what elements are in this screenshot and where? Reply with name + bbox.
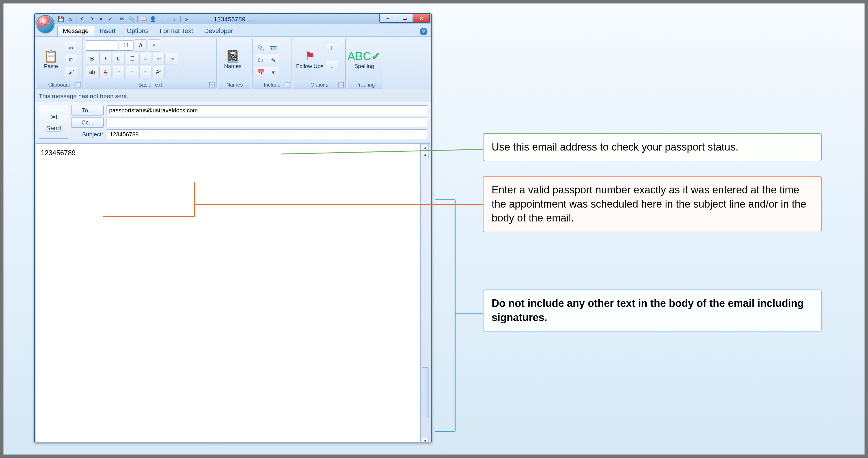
ribbon-tabs: Message Insert Options Format Text Devel… <box>35 26 431 36</box>
separator <box>76 16 76 22</box>
italic-button[interactable]: I <box>99 53 112 65</box>
spellcheck-icon[interactable]: ✔ <box>106 16 114 23</box>
group-label-include: Include ↘ <box>253 81 291 89</box>
tab-format-text[interactable]: Format Text <box>154 25 198 36</box>
ribbon-group-proofing: ABC✔ Spelling Proofing <box>347 38 383 89</box>
ribbon-group-clipboard: 📋 Paste ✂ ⧉ 🖌 Clipboard ↘ <box>36 38 83 89</box>
spelling-button[interactable]: ABC✔ Spelling <box>349 41 379 79</box>
importance-low-icon[interactable]: ↓ <box>171 16 178 23</box>
follow-up-button[interactable]: ⚑ Follow Up▾ <box>295 41 324 79</box>
dialog-launcher-icon[interactable]: ↘ <box>285 82 290 87</box>
scroll-down-icon[interactable]: ▼ <box>422 437 429 442</box>
insert-icon[interactable]: ▾ <box>267 66 279 79</box>
importance-high-icon[interactable]: ! <box>161 16 168 23</box>
scroll-thumb[interactable] <box>422 367 429 418</box>
signature-icon[interactable]: ✎ <box>267 54 279 66</box>
bullets-icon[interactable]: ≣ <box>126 53 138 65</box>
align-right-icon[interactable]: ≡ <box>139 66 151 78</box>
ribbon-group-options: ⚑ Follow Up▾ ! ↓ Options ↘ <box>293 38 346 89</box>
to-button[interactable]: To... <box>71 105 104 116</box>
redo-icon[interactable]: ↷ <box>88 16 95 23</box>
copy-icon[interactable]: ⧉ <box>65 54 77 66</box>
group-label-options: Options ↘ <box>294 81 345 89</box>
scroll-up-icon[interactable]: ▲ <box>422 151 429 158</box>
group-label-clipboard: Clipboard ↘ <box>37 81 82 89</box>
delete-icon[interactable]: ✕ <box>97 16 104 23</box>
message-body[interactable]: 123456789 <box>36 143 421 442</box>
separator <box>116 16 116 22</box>
ribbon-group-basic-text: 11 A A B I U ≣ ≡ ⇤ ⇥ ab <box>84 38 217 89</box>
vertical-scrollbar[interactable]: ▴ ▲ ▼ <box>421 143 430 442</box>
align-center-icon[interactable]: ≡ <box>126 66 138 78</box>
dialog-launcher-icon[interactable]: ↘ <box>209 82 215 87</box>
cc-button[interactable]: Cc... <box>71 117 104 128</box>
dialog-launcher-icon[interactable]: ↘ <box>75 82 81 87</box>
bold-button[interactable]: B <box>86 53 98 65</box>
maximize-button[interactable]: ▭ <box>396 14 413 23</box>
indent-decrease-icon[interactable]: ⇤ <box>153 53 165 65</box>
tab-options[interactable]: Options <box>121 25 154 36</box>
flag-icon: ⚑ <box>305 50 315 62</box>
office-button[interactable] <box>36 15 55 33</box>
tab-developer[interactable]: Developer <box>198 25 239 36</box>
outlook-compose-window: 💾 🖶 ↶ ↷ ✕ ✔ ✉ 📎 📖 👤 ! ↓ » 123456789 ... <box>34 13 432 442</box>
addressbook-icon[interactable]: 📖 <box>140 16 147 23</box>
separator <box>180 16 181 22</box>
font-size-combo[interactable]: 11 <box>119 40 133 51</box>
callout-no-other-text: Do not include any other text in the bod… <box>483 289 822 332</box>
more-commands-icon[interactable]: » <box>183 16 190 23</box>
cc-field[interactable] <box>106 118 427 127</box>
attach-icon[interactable]: 📎 <box>128 16 135 23</box>
to-field[interactable]: passportstatus@ustraveldocs.com <box>106 105 427 115</box>
align-left-icon[interactable]: ≡ <box>113 66 125 78</box>
clipboard-icon: 📋 <box>44 50 58 62</box>
group-label-basic-text: Basic Text ↘ <box>85 81 216 89</box>
low-importance-icon[interactable]: ↓ <box>326 60 338 72</box>
prev-page-icon[interactable]: ▴ <box>422 144 429 151</box>
subject-value: 123456789 <box>110 131 139 138</box>
follow-up-label: Follow Up▾ <box>296 63 323 69</box>
close-button[interactable]: ✕ <box>413 14 430 23</box>
calendar-icon[interactable]: 📅 <box>254 66 267 79</box>
names-label: Names <box>224 63 242 69</box>
checknames-icon[interactable]: 👤 <box>149 16 156 23</box>
shrink-font-icon[interactable]: A <box>148 39 160 52</box>
print-icon[interactable]: 🖶 <box>67 16 73 23</box>
minimize-button[interactable]: – <box>379 14 396 23</box>
tab-message[interactable]: Message <box>57 25 94 36</box>
group-label-proofing: Proofing <box>348 81 382 89</box>
high-importance-icon[interactable]: ! <box>326 42 338 54</box>
grow-font-icon[interactable]: A <box>135 39 147 52</box>
subject-field[interactable]: 123456789 <box>107 129 427 139</box>
cut-icon[interactable]: ✂ <box>65 42 77 54</box>
indent-increase-icon[interactable]: ⇥ <box>166 53 178 65</box>
scroll-track[interactable] <box>422 158 429 437</box>
to-address: passportstatus@ustraveldocs.com <box>109 107 198 114</box>
dialog-launcher-icon[interactable]: ↘ <box>338 82 344 87</box>
paste-label: Paste <box>44 63 58 69</box>
help-icon[interactable]: ? <box>420 28 427 35</box>
font-name-combo[interactable] <box>86 40 118 51</box>
names-button[interactable]: 📓 Names <box>220 41 246 79</box>
send-button[interactable]: ✉ Send <box>39 105 68 139</box>
underline-button[interactable]: U <box>113 53 125 65</box>
attach-item-icon[interactable]: 🗂 <box>254 54 267 66</box>
spelling-label: Spelling <box>354 63 374 69</box>
business-card-icon[interactable]: 🪪 <box>267 42 279 54</box>
highlight-icon[interactable]: ab <box>86 66 98 78</box>
clear-formatting-icon[interactable]: Aᵃ <box>153 66 165 78</box>
format-painter-icon[interactable]: 🖌 <box>65 66 77 79</box>
subject-label: Subject: <box>71 131 104 138</box>
save-icon[interactable]: 💾 <box>57 16 64 23</box>
tab-insert[interactable]: Insert <box>94 25 121 36</box>
body-text: 123456789 <box>41 149 75 157</box>
new-mail-icon[interactable]: ✉ <box>119 16 126 23</box>
separator <box>159 16 159 22</box>
paste-button[interactable]: 📋 Paste <box>38 41 64 79</box>
numbering-icon[interactable]: ≡ <box>139 53 151 65</box>
window-title: 123456789 ... <box>214 16 253 23</box>
addressbook-icon: 📓 <box>225 50 240 62</box>
attach-file-icon[interactable]: 📎 <box>254 42 267 54</box>
font-color-icon[interactable]: A <box>99 66 112 78</box>
undo-icon[interactable]: ↶ <box>79 16 86 23</box>
